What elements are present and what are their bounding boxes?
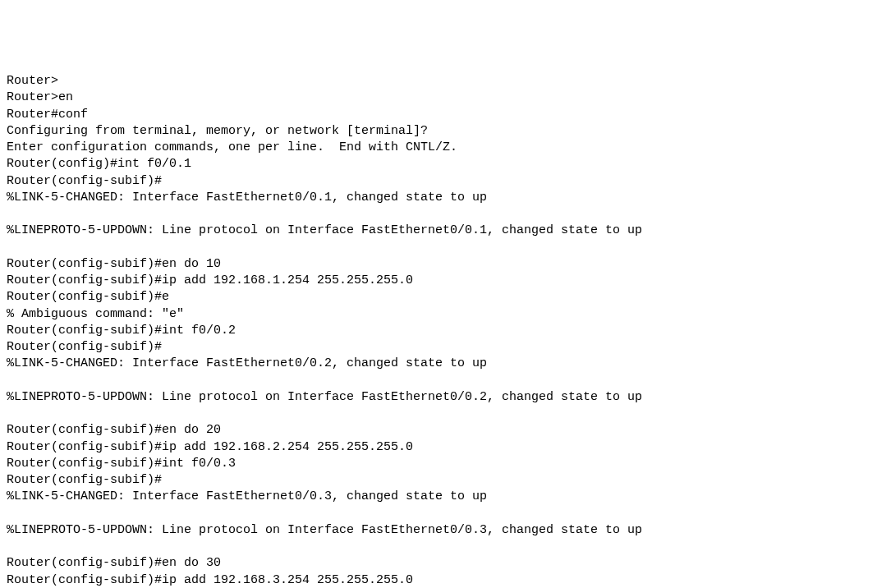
terminal-line: Router(config-subif)#int f0/0.3 <box>7 456 870 472</box>
terminal-line: %LINEPROTO-5-UPDOWN: Line protocol on In… <box>7 223 870 239</box>
terminal-line: Router(config-subif)#ip add 192.168.2.25… <box>7 439 870 456</box>
terminal-line: Configuring from terminal, memory, or ne… <box>7 123 870 140</box>
terminal-line: Router(config-subif)#en do 30 <box>7 555 870 572</box>
terminal-line: Router(config-subif)#ip add 192.168.3.25… <box>7 572 870 589</box>
terminal-line: Router(config-subif)#e <box>7 289 870 305</box>
terminal-line: Router(config-subif)#ip add 192.168.1.25… <box>7 273 870 289</box>
terminal-line <box>7 206 870 223</box>
terminal-line: Enter configuration commands, one per li… <box>7 140 870 156</box>
terminal-line: Router(config-subif)# <box>7 173 870 190</box>
terminal-line: Router#conf <box>7 107 870 123</box>
terminal-line: Router(config-subif)#int f0/0.2 <box>7 323 870 339</box>
terminal-line: %LINK-5-CHANGED: Interface FastEthernet0… <box>7 356 870 372</box>
terminal-line: Router(config-subif)#en do 10 <box>7 256 870 273</box>
terminal-line: Router> <box>7 73 870 90</box>
terminal-line: Router(config-subif)# <box>7 339 870 356</box>
terminal-line: %LINEPROTO-5-UPDOWN: Line protocol on In… <box>7 389 870 406</box>
terminal-line: Router(config-subif)# <box>7 472 870 489</box>
terminal-line: %LINK-5-CHANGED: Interface FastEthernet0… <box>7 489 870 505</box>
terminal-line <box>7 539 870 555</box>
terminal-line: Router(config-subif)#en do 20 <box>7 422 870 439</box>
terminal-line: % Ambiguous command: "e" <box>7 306 870 323</box>
terminal-line: %LINEPROTO-5-UPDOWN: Line protocol on In… <box>7 522 870 539</box>
terminal-output[interactable]: Router>Router>enRouter#confConfiguring f… <box>7 73 870 588</box>
terminal-line: Router>en <box>7 90 870 106</box>
terminal-line <box>7 506 870 522</box>
terminal-line <box>7 240 870 256</box>
terminal-line <box>7 373 870 389</box>
terminal-line <box>7 406 870 422</box>
terminal-line: Router(config)#int f0/0.1 <box>7 156 870 172</box>
terminal-line: %LINK-5-CHANGED: Interface FastEthernet0… <box>7 190 870 206</box>
